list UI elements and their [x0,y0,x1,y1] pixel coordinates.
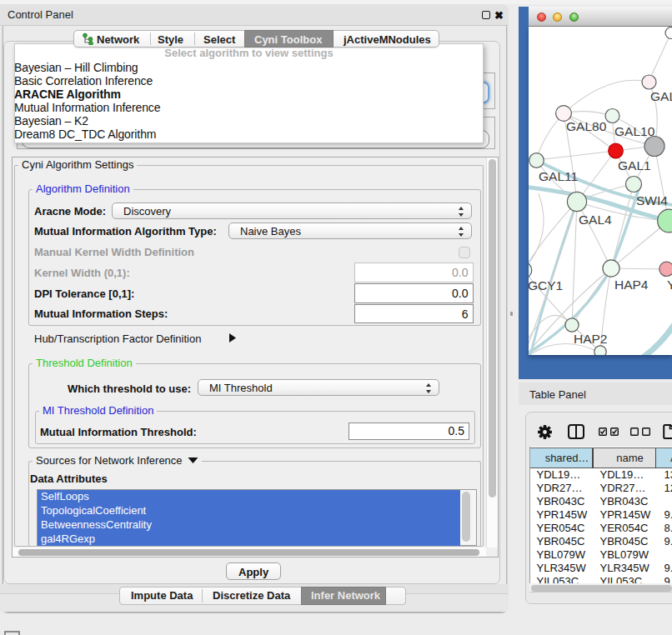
svg-text:Y: Y [667,278,672,292]
svg-text:GAL11: GAL11 [539,169,578,183]
svg-text:GAL10: GAL10 [614,124,655,138]
svg-text:HAP2: HAP2 [574,332,608,346]
svg-text:GCY1: GCY1 [529,278,563,292]
svg-text:SWI4: SWI4 [636,193,668,208]
svg-text:GAL1: GAL1 [618,158,651,172]
svg-text:GAL4: GAL4 [579,212,612,227]
svg-text:HAP4: HAP4 [614,278,649,292]
svg-text:GAL80: GAL80 [566,119,607,133]
svg-text:GAL7: GAL7 [650,89,672,103]
